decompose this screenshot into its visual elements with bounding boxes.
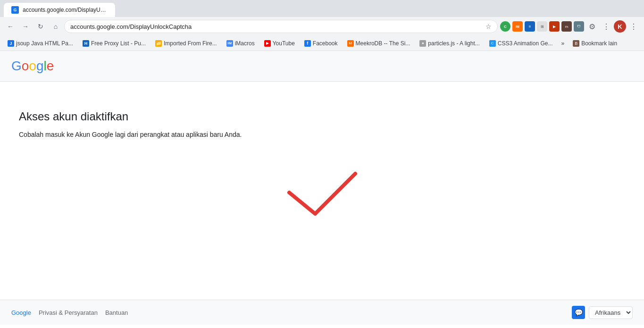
chrome-ext-6-icon[interactable]: m — [561, 21, 572, 32]
svg-text:C: C — [504, 25, 507, 29]
bookmark-jsoup-icon: J — [8, 40, 14, 47]
logo-o2: o — [29, 59, 36, 74]
bookmark-particles[interactable]: ● particles.js - A light... — [416, 39, 483, 48]
bookmark-freeproxy-icon: H — [83, 40, 89, 47]
footer-right: 💬 Afrikaans — [572, 306, 633, 319]
bookmark-imported-label: Imported From Fire... — [164, 40, 217, 47]
bookmark-meekro[interactable]: M MeekroDB -- The Si... — [343, 39, 414, 48]
bookmark-jsoup[interactable]: J jsoup Java HTML Pa... — [4, 39, 77, 48]
svg-text:iM: iM — [516, 25, 519, 28]
tab-title: accounts.google.com/DisplayUnlockCaptcha — [23, 7, 108, 13]
bookmark-lain[interactable]: B Bookmark lain — [569, 39, 621, 48]
bookmark-jsoup-label: jsoup Java HTML Pa... — [16, 40, 73, 47]
bookmark-css3[interactable]: C CSS3 Animation Ge... — [485, 39, 557, 48]
svg-text:m: m — [565, 25, 569, 29]
bookmark-youtube-icon: ▶ — [264, 40, 271, 47]
reload-button[interactable]: ↻ — [34, 20, 47, 33]
toolbar-right: C iM ≡ ⊞ ▶ m ⛉ ⚙ ⋮ K ⋮ — [500, 20, 640, 33]
page-description: Cobalah masuk ke Akun Google lagi dari p… — [19, 131, 625, 138]
bookmark-youtube-label: YouTube — [273, 40, 295, 47]
bookmark-freeproxy[interactable]: H Free Proxy List - Pu... — [79, 39, 150, 48]
bookmarks-more-button[interactable]: » — [558, 39, 567, 48]
logo-e: e — [47, 59, 54, 74]
chrome-ext-5-icon[interactable]: ▶ — [549, 21, 560, 32]
google-logo: G o o g l e — [11, 59, 633, 74]
active-tab[interactable]: G accounts.google.com/DisplayUnlockCaptc… — [4, 3, 115, 17]
logo-g: G — [11, 59, 22, 74]
svg-text:▶: ▶ — [553, 25, 556, 29]
chrome-ext-7-icon[interactable]: ⛉ — [574, 21, 584, 32]
bookmark-imacros-icon: iM — [226, 40, 233, 47]
address-bar[interactable]: accounts.google.com/DisplayUnlockCaptcha… — [64, 20, 498, 33]
address-text: accounts.google.com/DisplayUnlockCaptcha — [70, 23, 485, 30]
menu-button[interactable]: ⋮ — [600, 20, 613, 33]
bookmark-facebook-icon: f — [304, 40, 311, 47]
bookmark-imported[interactable]: 📁 Imported From Fire... — [151, 39, 221, 48]
bookmark-meekro-icon: M — [347, 40, 354, 47]
bookmark-youtube[interactable]: ▶ YouTube — [260, 39, 299, 48]
bookmark-css3-icon: C — [489, 40, 496, 47]
more-menu-button[interactable]: ⋮ — [627, 20, 640, 33]
checkmark-icon — [275, 167, 369, 223]
bookmark-freeproxy-label: Free Proxy List - Pu... — [91, 40, 146, 47]
bookmark-lain-label: Bookmark lain — [581, 40, 617, 47]
bookmarks-bar: J jsoup Java HTML Pa... H Free Proxy Lis… — [0, 36, 644, 51]
logo-o1: o — [22, 59, 29, 74]
bookmark-imported-icon: 📁 — [155, 40, 162, 47]
svg-text:≡: ≡ — [529, 25, 531, 29]
page-body: Akses akun diaktifkan Cobalah masuk ke A… — [0, 82, 644, 300]
profile-avatar[interactable]: K — [614, 20, 626, 33]
bookmark-css3-label: CSS3 Animation Ge... — [498, 40, 553, 47]
settings-button[interactable]: ⚙ — [585, 20, 599, 33]
chat-icon: 💬 — [572, 306, 585, 319]
language-selector[interactable]: Afrikaans — [589, 306, 633, 319]
chrome-ext-1-icon[interactable]: C — [500, 21, 510, 32]
bookmark-particles-icon: ● — [419, 40, 426, 47]
checkmark-area — [19, 167, 625, 223]
bookmark-imacros[interactable]: iM iMacros — [223, 39, 259, 48]
browser-frame: G accounts.google.com/DisplayUnlockCaptc… — [0, 0, 644, 325]
bookmark-particles-label: particles.js - A light... — [428, 40, 479, 47]
svg-text:⊞: ⊞ — [541, 25, 544, 29]
page-content: G o o g l e Akses akun diaktifkan Cobala… — [0, 51, 644, 325]
tab-favicon: G — [11, 6, 19, 14]
chrome-ext-4-icon[interactable]: ⊞ — [537, 21, 547, 32]
footer-help-link[interactable]: Bantuan — [105, 309, 128, 316]
footer-links: Google Privasi & Persyaratan Bantuan — [11, 309, 128, 316]
chrome-ext-2-icon[interactable]: iM — [512, 21, 523, 32]
page-title: Akses akun diaktifkan — [19, 110, 625, 123]
tab-bar: G accounts.google.com/DisplayUnlockCaptc… — [0, 0, 644, 17]
bookmark-star-icon[interactable]: ☆ — [485, 23, 492, 30]
page-footer: Google Privasi & Persyaratan Bantuan 💬 A… — [0, 300, 644, 325]
footer-privacy-link[interactable]: Privasi & Persyaratan — [39, 309, 98, 316]
page-header: G o o g l e — [0, 51, 644, 82]
bookmark-meekro-label: MeekroDB -- The Si... — [356, 40, 410, 47]
bookmark-imacros-label: iMacros — [235, 40, 255, 47]
svg-text:⛉: ⛉ — [577, 25, 581, 29]
back-button[interactable]: ← — [4, 20, 17, 33]
bookmark-lain-icon: B — [573, 40, 579, 47]
toolbar: ← → ↻ ⌂ accounts.google.com/DisplayUnloc… — [0, 17, 644, 36]
home-button[interactable]: ⌂ — [49, 20, 62, 33]
logo-g2: g — [36, 59, 44, 74]
footer-google-link[interactable]: Google — [11, 309, 31, 316]
bookmark-facebook-label: Facebook — [313, 40, 338, 47]
chrome-ext-3-icon[interactable]: ≡ — [525, 21, 535, 32]
forward-button[interactable]: → — [19, 20, 32, 33]
bookmark-facebook[interactable]: f Facebook — [301, 39, 342, 48]
